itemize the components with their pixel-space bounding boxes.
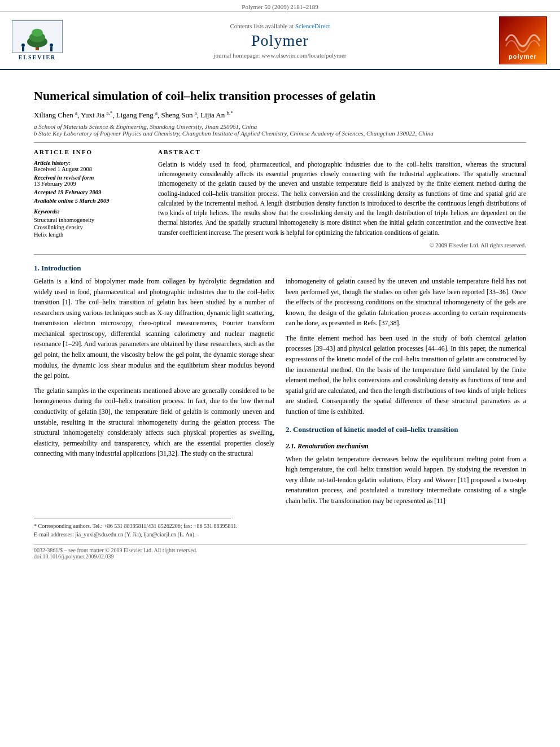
affiliations: a School of Materials Science & Engineer… xyxy=(34,123,526,137)
history-label: Article history: xyxy=(34,160,147,166)
footer-info: 0032-3861/$ – see front matter © 2009 El… xyxy=(34,544,526,560)
article-info-header: ARTICLE INFO xyxy=(34,148,147,155)
journal-center: Contents lists available at ScienceDirec… xyxy=(65,23,495,59)
keyword-3: Helix length xyxy=(34,231,147,238)
author-xiliang: Xiliang Chen xyxy=(34,111,73,119)
available-label: Available online 5 March 2009 xyxy=(34,198,147,204)
author-sheng: Sheng Sun xyxy=(161,111,193,119)
section2-col2-para1: When the gelatin temperature decreases b… xyxy=(286,454,526,506)
author-yuxi: Yuxi Jia xyxy=(81,111,104,119)
svg-rect-8 xyxy=(50,47,53,51)
article-body: ARTICLE INFO Article history: Received 1… xyxy=(34,148,526,248)
author-sup-a3: a xyxy=(155,110,158,116)
body-content: 1. Introduction Gelatin is a kind of bio… xyxy=(34,264,526,560)
polymer-logo-image: polymer xyxy=(499,16,547,64)
polymer-logo-box: polymer xyxy=(495,16,551,64)
elsevier-logo-svg xyxy=(12,20,63,53)
section1-heading: 1. Introduction xyxy=(34,264,526,273)
article-dates: Article history: Received 1 August 2008 … xyxy=(34,160,147,204)
section1-para1: Gelatin is a kind of biopolymer made fro… xyxy=(34,276,274,381)
sciencedirect-link[interactable]: ScienceDirect xyxy=(295,23,330,29)
section1-col-right: inhomogeneity of gelatin caused by the u… xyxy=(286,276,526,511)
keyword-2: Crosslinking density xyxy=(34,224,147,230)
keywords-section: Keywords: Structural inhomogeneity Cross… xyxy=(34,208,147,238)
paper-title: Numerical simulation of coil–helix trans… xyxy=(34,88,526,104)
author-sup-a1: a xyxy=(75,110,77,116)
section1-col-left: Gelatin is a kind of biopolymer made fro… xyxy=(34,276,274,511)
section1-col2-para2: The finite element method has been used … xyxy=(286,333,526,417)
keywords-header: Keywords: xyxy=(34,208,147,215)
authors-line: Xiliang Chen a, Yuxi Jia a,*, Ligang Fen… xyxy=(34,110,526,120)
contents-available: Contents lists available at ScienceDirec… xyxy=(65,23,495,29)
author-sup-a4: a xyxy=(195,110,197,116)
footer-issn: 0032-3861/$ – see front matter © 2009 El… xyxy=(34,547,526,553)
copyright: © 2009 Elsevier Ltd. All rights reserved… xyxy=(158,242,526,248)
section2-heading: 2. Construction of kinetic model of coil… xyxy=(286,425,526,434)
section1-para2: The gelatin samples in the experiments m… xyxy=(34,386,274,459)
accepted-label: Accepted 19 February 2009 xyxy=(34,189,147,195)
affiliation-a: a School of Materials Science & Engineer… xyxy=(34,123,526,130)
divider-2 xyxy=(34,254,526,255)
received-revised-date: 13 February 2009 xyxy=(34,181,76,187)
abstract-text: Gelatin is widely used in food, pharmace… xyxy=(158,160,526,238)
elsevier-name: ELSEVIER xyxy=(19,54,56,60)
footnote-star: * Corresponding authors. Tel.: +86 531 8… xyxy=(34,522,526,530)
top-citation-bar: Polymer 50 (2009) 2181–2189 xyxy=(0,0,560,12)
author-ligang: Ligang Feng xyxy=(116,111,154,119)
section2-subheading: 2.1. Renaturation mechanism xyxy=(286,442,526,451)
svg-point-5 xyxy=(21,43,25,47)
svg-point-4 xyxy=(32,29,43,37)
journal-homepage: journal homepage: www.elsevier.com/locat… xyxy=(65,52,495,59)
svg-rect-6 xyxy=(22,47,24,51)
footnote-email: E-mail addresses: jia_yuxi@sdu.edu.cn (Y… xyxy=(34,530,526,539)
keyword-1: Structural inhomogeneity xyxy=(34,217,147,223)
elsevier-logo: ELSEVIER xyxy=(9,20,65,60)
main-content: Numerical simulation of coil–helix trans… xyxy=(0,70,560,569)
journal-header: ELSEVIER Contents lists available at Sci… xyxy=(0,12,560,70)
author-sup-b: b,* xyxy=(227,110,233,116)
footnote-divider xyxy=(34,518,231,518)
article-info-panel: ARTICLE INFO Article history: Received 1… xyxy=(34,148,147,248)
affiliation-b: b State Key Laboratory of Polymer Physic… xyxy=(34,130,526,137)
journal-title: Polymer xyxy=(65,32,495,50)
divider-1 xyxy=(34,142,526,143)
author-lijia: Lijia An xyxy=(200,111,225,119)
footer-doi: doi:10.1016/j.polymer.2009.02.039 xyxy=(34,553,526,560)
section1-two-col: Gelatin is a kind of biopolymer made fro… xyxy=(34,276,526,511)
section1-col2-para1: inhomogeneity of gelatin caused by the u… xyxy=(286,276,526,329)
author-sup-a2: a,* xyxy=(106,110,112,116)
svg-text:polymer: polymer xyxy=(509,53,537,60)
received1: Received 1 August 2008 xyxy=(34,166,92,172)
abstract-section: ABSTRACT Gelatin is widely used in food,… xyxy=(158,148,526,248)
citation-text: Polymer 50 (2009) 2181–2189 xyxy=(242,3,318,10)
svg-point-7 xyxy=(50,43,53,47)
received-revised-label: Received in revised form xyxy=(34,174,147,181)
abstract-header: ABSTRACT xyxy=(158,148,526,155)
